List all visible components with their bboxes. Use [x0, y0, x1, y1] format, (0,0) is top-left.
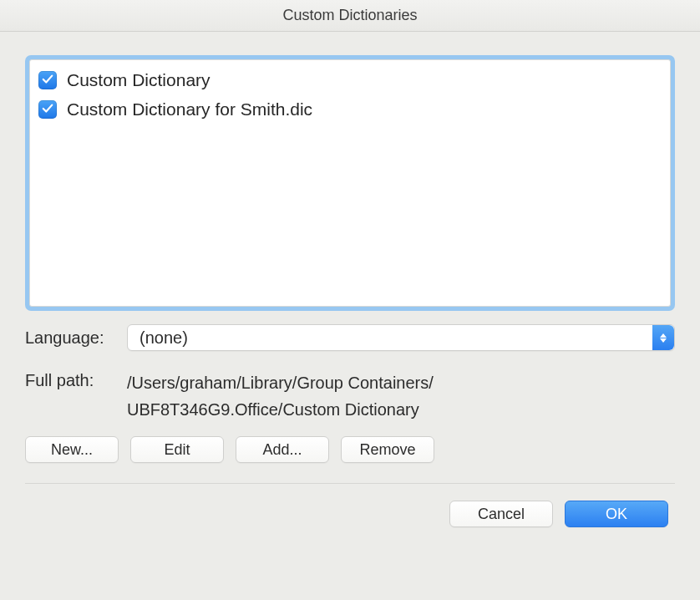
new-button[interactable]: New...	[25, 436, 119, 463]
language-select-value: (none)	[128, 328, 652, 348]
fullpath-row: Full path: /Users/graham/Library/Group C…	[25, 369, 675, 423]
action-button-row: New... Edit Add... Remove	[25, 436, 675, 463]
add-button[interactable]: Add...	[236, 436, 329, 463]
ok-button[interactable]: OK	[565, 501, 668, 527]
list-item-label: Custom Dictionary	[67, 70, 211, 90]
language-label: Language:	[25, 328, 127, 348]
dialog-title: Custom Dictionaries	[282, 7, 417, 24]
checkmark-icon	[42, 100, 53, 119]
list-item-label: Custom Dictionary for Smith.dic	[67, 99, 312, 119]
checkbox-checked[interactable]	[38, 100, 57, 119]
fullpath-line1: /Users/graham/Library/Group Containers/	[127, 374, 434, 392]
dictionary-list-focus-ring: Custom Dictionary Custom Dictionary for …	[25, 55, 675, 311]
edit-button[interactable]: Edit	[130, 436, 224, 463]
list-item[interactable]: Custom Dictionary for Smith.dic	[38, 94, 662, 124]
separator	[25, 483, 675, 484]
dialog-footer: Cancel OK	[25, 501, 675, 527]
dictionary-list[interactable]: Custom Dictionary Custom Dictionary for …	[29, 59, 671, 307]
select-stepper-icon	[652, 325, 674, 350]
dialog-content: Custom Dictionary Custom Dictionary for …	[0, 32, 700, 542]
checkmark-icon	[42, 71, 53, 89]
fullpath-line2: UBF8T346G9.Office/Custom Dictionary	[127, 400, 419, 419]
language-select[interactable]: (none)	[127, 324, 675, 351]
remove-button[interactable]: Remove	[341, 436, 434, 463]
list-item[interactable]: Custom Dictionary	[38, 65, 662, 94]
checkbox-checked[interactable]	[38, 71, 57, 89]
fullpath-value: /Users/graham/Library/Group Containers/ …	[127, 369, 675, 423]
dialog-titlebar: Custom Dictionaries	[0, 0, 700, 32]
language-row: Language: (none)	[25, 324, 675, 351]
cancel-button[interactable]: Cancel	[449, 501, 553, 527]
fullpath-label: Full path:	[25, 369, 127, 390]
